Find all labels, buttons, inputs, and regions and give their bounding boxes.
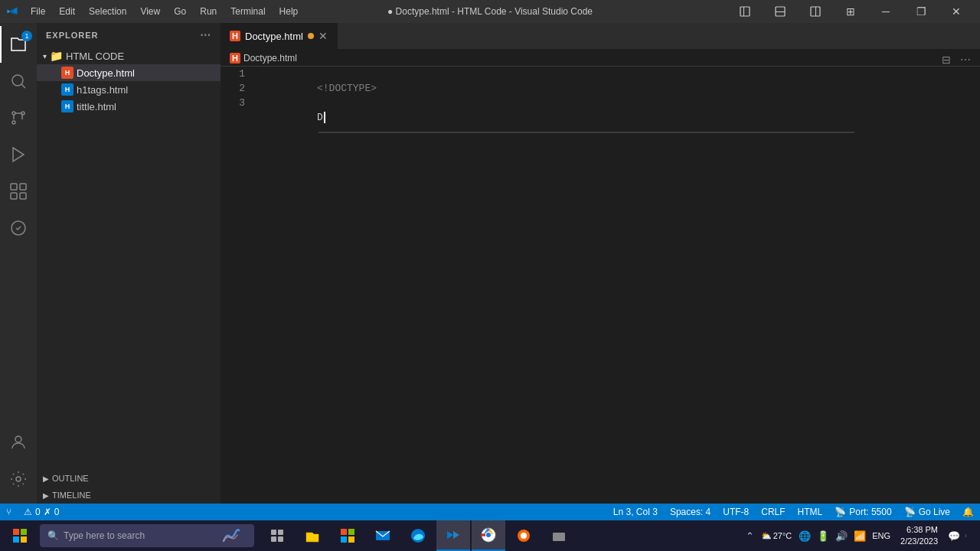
error-status[interactable]: ⚠ 0 ✗ 0 [18, 504, 65, 520]
minimize-button[interactable]: ─ [868, 0, 903, 23]
split-editor-button[interactable] [798, 0, 833, 23]
activity-source-control[interactable] [0, 99, 37, 136]
svg-rect-14 [11, 193, 17, 199]
network-icon[interactable]: 🌐 [796, 529, 813, 543]
bing-icon [220, 527, 242, 544]
browser2-taskbar[interactable] [507, 520, 541, 551]
activity-settings[interactable] [0, 461, 37, 497]
language-indicator[interactable]: ENG [870, 531, 893, 540]
taskbar: 🔍 Type here to search [0, 520, 980, 551]
outline-arrow: ▶ [43, 474, 49, 483]
menu-go[interactable]: Go [168, 5, 192, 18]
tab-doctype[interactable]: H Doctype.html ✕ [220, 23, 338, 49]
notification-icon[interactable]: 💬 [946, 529, 962, 543]
folder-name: HTML CODE [66, 51, 124, 62]
menu-file[interactable]: File [24, 5, 51, 18]
menu-edit[interactable]: Edit [53, 5, 81, 18]
source-control-status[interactable]: ⑂ [0, 504, 18, 520]
timeline-section[interactable]: ▶ TIMELINE [37, 487, 220, 504]
activity-extensions[interactable] [0, 173, 37, 210]
svg-rect-21 [13, 536, 19, 543]
encoding-indicator[interactable]: UTF-8 [717, 504, 755, 520]
code-content[interactable]: <!DOCTYPE> D [251, 67, 980, 504]
close-button[interactable]: ✕ [939, 0, 974, 23]
activity-run-debug[interactable] [0, 136, 37, 173]
tray-icons: ⌃ ⛅ 27°C 🌐 🔋 🔊 📶 ENG [743, 529, 893, 543]
show-hidden-icon[interactable]: ⌃ [743, 529, 756, 543]
cursor-position[interactable]: Ln 3, Col 3 [607, 504, 664, 520]
activity-bar: 1 [0, 23, 37, 504]
more-actions-icon[interactable]: ⋯ [957, 52, 974, 67]
code-line-3[interactable]: D [257, 96, 974, 110]
show-desktop-icon[interactable] [965, 534, 971, 537]
split-right-icon[interactable]: ⊟ [939, 52, 954, 67]
taskbar-search-text: Type here to search [64, 530, 145, 541]
start-button[interactable] [3, 520, 37, 551]
vscode-taskbar[interactable] [436, 520, 470, 551]
store-taskbar[interactable] [331, 520, 364, 551]
go-live-icon: 📡 [904, 507, 916, 517]
file-name-h1tags: h1tags.html [77, 84, 128, 96]
file-doctype[interactable]: H Doctype.html [37, 64, 220, 81]
activity-account[interactable] [0, 424, 37, 461]
new-file-icon[interactable]: ⋯ [200, 29, 211, 41]
tab-close-button[interactable]: ✕ [318, 30, 328, 42]
explorer-badge: 1 [21, 31, 32, 41]
toggle-sidebar-button[interactable] [763, 0, 798, 23]
activity-testing[interactable] [0, 210, 37, 246]
title-bar: File Edit Selection View Go Run Terminal… [0, 0, 980, 23]
menu-run[interactable]: Run [194, 5, 223, 18]
menu-selection[interactable]: Selection [83, 5, 132, 18]
activity-search[interactable] [0, 63, 37, 99]
svg-rect-27 [306, 534, 318, 540]
file-tittle[interactable]: H tittle.html [37, 98, 220, 115]
svg-rect-29 [348, 529, 354, 535]
taskbar-apps [260, 520, 576, 551]
folder-html-code[interactable]: ▾ 📁 HTML CODE [37, 47, 220, 64]
toggle-panel-button[interactable] [727, 0, 763, 23]
system-clock[interactable]: 6:38 PM 2/23/2023 [896, 524, 942, 548]
svg-rect-30 [341, 536, 347, 543]
line-ending-indicator[interactable]: CRLF [755, 504, 791, 520]
folder-icon: 📁 [50, 50, 63, 62]
battery-icon[interactable]: 🔋 [815, 529, 831, 543]
file-h1tags[interactable]: H h1tags.html [37, 81, 220, 98]
file-explorer-taskbar[interactable] [296, 520, 329, 551]
menu-view[interactable]: View [134, 5, 166, 18]
edge-taskbar[interactable] [401, 520, 435, 551]
menu-bar[interactable]: File Edit Selection View Go Run Terminal… [24, 5, 304, 18]
mail-taskbar[interactable] [366, 520, 400, 551]
svg-rect-25 [271, 536, 276, 542]
bing-icon-area [216, 525, 247, 546]
code-editor[interactable]: 1 2 3 <!DOCTYPE> D [220, 67, 980, 504]
task-view-button[interactable] [260, 520, 294, 551]
taskbar-right: ⌃ ⛅ 27°C 🌐 🔋 🔊 📶 ENG 6:38 PM 2/23/2023 💬 [743, 524, 977, 548]
menu-terminal[interactable]: Terminal [224, 5, 271, 18]
chrome-taskbar[interactable] [472, 520, 505, 551]
text-cursor [324, 112, 325, 123]
restore-button[interactable]: ❐ [903, 0, 939, 23]
spaces-indicator[interactable]: Spaces: 4 [664, 504, 717, 520]
line-ending-text: CRLF [761, 507, 785, 517]
go-live-button[interactable]: 📡 Go Live [898, 504, 956, 520]
wifi-icon[interactable]: 📶 [851, 529, 868, 543]
outline-section[interactable]: ▶ OUTLINE [37, 470, 220, 487]
language-indicator[interactable]: HTML [792, 504, 829, 520]
speaker-icon[interactable]: 🔊 [833, 529, 850, 543]
file-name-tittle: tittle.html [77, 101, 116, 112]
notifications-bell[interactable]: 🔔 [956, 504, 980, 520]
window-title: ● Doctype.html - HTML Code - Visual Stud… [387, 6, 593, 17]
menu-help[interactable]: Help [273, 5, 305, 18]
taskbar-search[interactable]: 🔍 Type here to search [40, 524, 254, 547]
svg-rect-5 [815, 7, 816, 16]
port-indicator[interactable]: 📡 Port: 5500 [828, 504, 897, 520]
customize-layout-button[interactable]: ⊞ [833, 0, 868, 23]
file-icon-tittle: H [61, 100, 74, 112]
timeline-label: TIMELINE [52, 491, 91, 500]
svg-rect-26 [278, 536, 283, 542]
sidebar-header-actions[interactable]: ⋯ [200, 29, 211, 41]
weather-widget[interactable]: ⛅ 27°C [758, 531, 795, 541]
svg-point-10 [12, 121, 15, 124]
activity-explorer[interactable]: 1 [0, 26, 37, 63]
folder2-taskbar[interactable] [542, 520, 576, 551]
